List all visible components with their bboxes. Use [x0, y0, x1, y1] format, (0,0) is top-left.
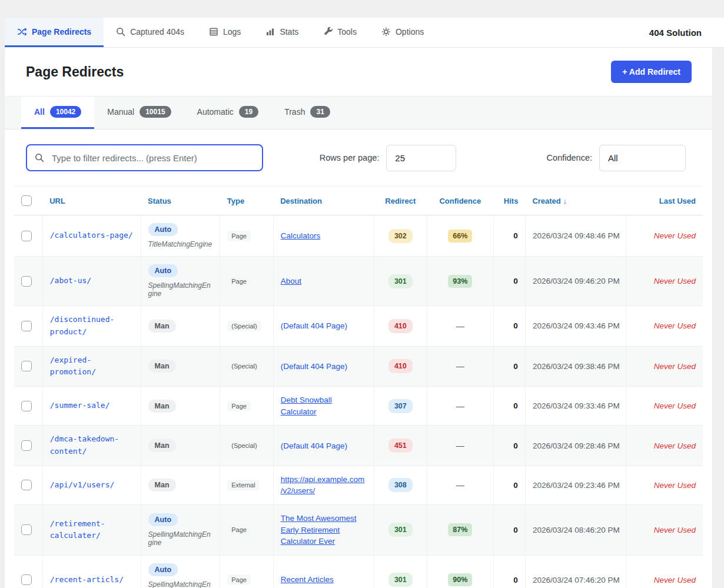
- url-cell: /api/v1/users/: [42, 466, 141, 504]
- redirect-url-link[interactable]: /calculators-page/: [50, 231, 133, 240]
- admin-top-strip: [0, 0, 724, 18]
- created-timestamp: 2026/03/24 08:46:20 PM: [533, 526, 620, 534]
- row-checkbox[interactable]: [21, 321, 32, 331]
- created-timestamp: 2026/03/24 07:46:20 PM: [533, 576, 620, 584]
- column-header-url[interactable]: URL: [42, 187, 141, 215]
- created-timestamp: 2026/03/24 09:23:46 PM: [533, 481, 620, 490]
- url-cell: /recent-articls/: [42, 555, 141, 588]
- row-checkbox[interactable]: [21, 361, 32, 371]
- filter-tabs-bar: All10042Manual10015Automatic19Trash31: [5, 96, 712, 129]
- column-header-confidence[interactable]: Confidence: [427, 187, 494, 215]
- confidence-cell: 87%: [427, 505, 494, 556]
- hits-value: 0: [513, 321, 518, 330]
- confidence-empty: —: [456, 401, 464, 411]
- redirect-url-link[interactable]: /retirement-calculater/: [50, 519, 105, 540]
- destination-link[interactable]: https://api.example.com/v2/users/: [281, 475, 365, 496]
- table-header-row: URLStatusTypeDestinationRedirectConfiden…: [14, 187, 703, 215]
- last-used-cell: Never Used: [626, 466, 703, 504]
- row-checkbox[interactable]: [21, 574, 32, 585]
- status-badge: Man: [148, 320, 176, 333]
- hits-cell: 0: [493, 505, 525, 556]
- row-checkbox[interactable]: [21, 440, 32, 451]
- type-cell: Page: [220, 505, 273, 556]
- url-cell: /retirement-calculater/: [42, 505, 141, 556]
- redirect-url-link[interactable]: /expired-promotion/: [50, 356, 96, 377]
- confidence-badge: 90%: [448, 573, 472, 586]
- hits-cell: 0: [493, 466, 525, 504]
- nav-tab-logs[interactable]: Logs: [197, 18, 253, 47]
- table-toolbar: Rows per page: Confidence:: [5, 129, 712, 186]
- hits-cell: 0: [493, 387, 525, 426]
- column-header-type[interactable]: Type: [220, 187, 273, 215]
- filter-tab-manual[interactable]: Manual10015: [94, 97, 184, 129]
- table-row: /calculators-page/AutoTitleMatchingEngin…: [14, 215, 703, 257]
- nav-tab-tools[interactable]: Tools: [311, 18, 369, 47]
- type-badge: (Special): [227, 440, 261, 451]
- filter-tab-count: 10015: [140, 106, 171, 118]
- confidence-select[interactable]: [599, 145, 686, 171]
- type-cell: External: [220, 466, 273, 504]
- redirect-code-badge: 410: [388, 359, 413, 373]
- redirect-url-link[interactable]: /discontinued-product/: [50, 315, 115, 336]
- status-badge: Man: [148, 439, 176, 452]
- last-used-status: Never Used: [654, 401, 696, 410]
- redirect-code-badge: 410: [388, 319, 413, 333]
- nav-tab-label: Page Redirects: [32, 27, 91, 36]
- select-all-checkbox[interactable]: [21, 195, 32, 206]
- type-cell: Page: [220, 215, 273, 257]
- last-used-status: Never Used: [654, 441, 696, 450]
- row-checkbox-cell: [14, 505, 42, 556]
- redirect-url-link[interactable]: /recent-articls/: [50, 575, 124, 584]
- row-checkbox-cell: [14, 257, 42, 306]
- table-row: /dmca-takedown-content/Man(Special)(Defa…: [14, 426, 703, 466]
- row-checkbox[interactable]: [21, 480, 32, 490]
- table-row: /discontinued-product/Man(Special)(Defau…: [14, 306, 703, 347]
- type-cell: (Special): [220, 346, 273, 387]
- redirect-url-link[interactable]: /summer-sale/: [50, 401, 110, 410]
- url-cell: /summer-sale/: [42, 387, 141, 426]
- last-used-status: Never Used: [654, 321, 696, 330]
- filter-tab-automatic[interactable]: Automatic19: [184, 97, 272, 129]
- column-header-last-used[interactable]: Last Used: [626, 187, 703, 215]
- last-used-cell: Never Used: [626, 306, 703, 347]
- column-header-created[interactable]: Created ↓: [525, 187, 626, 215]
- match-engine-label: TitleMatchingEngine: [148, 240, 213, 248]
- type-badge: Page: [227, 401, 251, 411]
- redirect-code-cell: 451: [374, 426, 427, 466]
- match-engine-label: SpellingMatchingEngine: [148, 530, 213, 547]
- destination-link[interactable]: Recent Articles: [281, 575, 334, 584]
- nav-tab-page-redirects[interactable]: Page Redirects: [5, 18, 104, 47]
- destination-link[interactable]: Calculators: [281, 231, 321, 240]
- hits-cell: 0: [493, 215, 525, 257]
- add-redirect-button[interactable]: + Add Redirect: [611, 61, 692, 83]
- destination-link[interactable]: About: [281, 277, 301, 285]
- redirect-url-link[interactable]: /abot-us/: [50, 276, 91, 285]
- redirect-url-link[interactable]: /api/v1/users/: [50, 480, 115, 489]
- rows-per-page-input[interactable]: [386, 145, 456, 171]
- nav-tab-options[interactable]: Options: [369, 18, 436, 47]
- created-cell: 2026/03/24 09:33:46 PM: [525, 387, 626, 426]
- search-input[interactable]: [26, 144, 263, 171]
- column-header-redirect[interactable]: Redirect: [374, 187, 427, 215]
- filter-tab-trash[interactable]: Trash31: [271, 97, 343, 129]
- destination-cell: The Most Awesomest Early Retirement Calc…: [273, 505, 374, 556]
- destination-link[interactable]: The Most Awesomest Early Retirement Calc…: [281, 514, 357, 546]
- column-header-status[interactable]: Status: [141, 187, 220, 215]
- created-timestamp: 2026/03/24 09:33:46 PM: [533, 401, 620, 410]
- row-checkbox[interactable]: [21, 524, 32, 535]
- row-checkbox[interactable]: [21, 276, 32, 287]
- nav-tab-captured-404s[interactable]: Captured 404s: [104, 18, 197, 47]
- row-checkbox-cell: [14, 215, 42, 257]
- destination-link[interactable]: Debt Snowball Calculator: [281, 396, 332, 416]
- created-timestamp: 2026/03/24 09:46:20 PM: [533, 277, 620, 285]
- row-checkbox[interactable]: [21, 401, 32, 411]
- confidence-cell: —: [427, 346, 494, 387]
- nav-tab-stats[interactable]: Stats: [253, 18, 311, 47]
- confidence-cell: —: [427, 387, 494, 426]
- column-header-hits[interactable]: Hits: [493, 187, 525, 215]
- row-checkbox[interactable]: [21, 231, 32, 241]
- column-header-destination[interactable]: Destination: [273, 187, 374, 215]
- redirect-url-link[interactable]: /dmca-takedown-content/: [50, 434, 119, 456]
- filter-tab-all[interactable]: All10042: [21, 97, 94, 129]
- hits-cell: 0: [493, 426, 525, 466]
